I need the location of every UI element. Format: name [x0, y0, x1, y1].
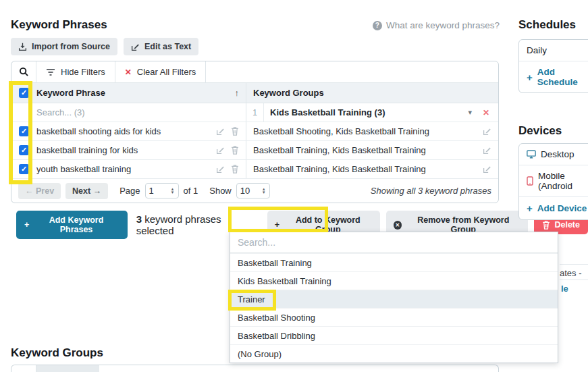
delete-row-icon[interactable] [231, 165, 239, 174]
toolbar: Import from Source Edit as Text [11, 38, 198, 55]
page-size-value: 10 [240, 186, 250, 196]
column-header-keyword-phrase[interactable]: Keyword Phrase [36, 88, 105, 98]
clear-all-filters-label: Clear All Filters [137, 67, 196, 77]
prev-label: Prev [36, 186, 54, 196]
group-filter-value[interactable]: Kids Basketball Training (3) [270, 107, 385, 117]
delete-row-icon[interactable] [231, 146, 239, 155]
edit-row-icon[interactable] [216, 146, 225, 155]
row-checkbox[interactable]: ✓ [19, 145, 29, 155]
edit-groups-icon[interactable] [483, 146, 491, 155]
search-icon [19, 67, 29, 77]
dropdown-item[interactable]: (No Group) [230, 344, 558, 363]
device-label: Mobile (Android [538, 171, 588, 191]
select-all-checkbox[interactable]: ✓ [19, 88, 29, 98]
import-label: Import from Source [32, 42, 110, 51]
column-header-keyword-groups[interactable]: Keyword Groups [253, 88, 324, 98]
step-down-icon[interactable]: ▼ [262, 191, 266, 194]
import-from-source-button[interactable]: Import from Source [11, 38, 117, 55]
dropdown-item[interactable]: Basketball Shooting [230, 308, 558, 326]
schedule-item-daily[interactable]: Daily [519, 40, 588, 61]
dropdown-item-highlighted[interactable]: Trainer [230, 290, 558, 308]
keyword-groups-title: Keyword Groups [11, 346, 103, 360]
search-toggle[interactable] [11, 61, 36, 82]
keyword-phrase-text: youth basketball training [36, 164, 131, 174]
phrase-search-input[interactable]: Search... (3) [36, 107, 85, 117]
keyword-phrase-text: basketball training for kids [36, 145, 138, 155]
filter-icon [46, 68, 55, 76]
filter-bar: Hide Filters ✕ Clear All Filters [11, 61, 498, 83]
page-number-value: 1 [149, 186, 154, 196]
row-groups-text: Basketball Training, Kids Basketball Tra… [253, 164, 426, 174]
add-keyword-phrases-button[interactable]: + Add Keyword Phrases [16, 211, 128, 239]
prev-page-button[interactable]: ← Prev [18, 183, 61, 199]
delete-row-icon[interactable] [231, 127, 239, 136]
schedule-label: Daily [527, 45, 547, 55]
import-icon [18, 43, 27, 51]
next-page-button[interactable]: Next → [65, 183, 108, 199]
page-number-stepper[interactable]: 1 ▲ ▼ [145, 183, 179, 198]
sidebar-text-fragment: ates - [560, 268, 582, 278]
dropdown-item[interactable]: Basketball Dribbling [230, 326, 558, 344]
trash-icon [542, 221, 550, 230]
add-device-label: Add Device [537, 203, 587, 213]
step-down-icon[interactable]: ▼ [171, 191, 175, 194]
add-schedule-label: Add Schedule [537, 67, 588, 87]
prev-arrow-icon: ← [25, 186, 34, 196]
row-checkbox[interactable]: ✓ [19, 126, 29, 136]
sidebar-divider [560, 264, 588, 265]
page-size-stepper[interactable]: 10 ▲ ▼ [236, 183, 270, 198]
devices-title: Devices [518, 124, 562, 138]
edit-groups-icon[interactable] [483, 165, 491, 174]
add-schedule-button[interactable]: + Add Schedule [519, 61, 588, 92]
help-link[interactable]: ? What are keyword phrases? [373, 20, 500, 30]
edit-as-text-label: Edit as Text [144, 42, 191, 51]
clear-x-icon: ✕ [125, 68, 132, 77]
sort-ascending-icon[interactable]: ↑ [235, 88, 240, 98]
selected-count-label: keyword phrases selected [136, 213, 221, 236]
hide-filters-button[interactable]: Hide Filters [36, 61, 115, 82]
edit-groups-icon[interactable] [483, 127, 491, 136]
clear-all-filters-button[interactable]: ✕ Clear All Filters [115, 61, 206, 82]
edit-as-text-button[interactable]: Edit as Text [124, 38, 198, 55]
dropdown-item[interactable]: Basketball Training [230, 253, 558, 271]
row-groups-text: Basketball Training, Kids Basketball Tra… [253, 145, 426, 155]
results-summary: Showing all 3 keyword phrases [371, 186, 491, 196]
groups-search-cell[interactable] [11, 365, 36, 372]
schedules-panel: Daily + Add Schedule [518, 39, 588, 93]
keyword-phrase-text: basketball shooting aids for kids [36, 126, 161, 136]
edit-row-icon[interactable] [216, 165, 225, 174]
group-filter-index: 1 [246, 103, 264, 122]
add-keyword-phrases-label: Add Keyword Phrases [33, 215, 119, 234]
table-row: ✓ basketball shooting aids for kids Bask… [11, 122, 498, 141]
selected-count-number: 3 [136, 213, 142, 225]
mobile-icon [527, 176, 533, 186]
device-item-mobile[interactable]: Mobile (Android [519, 165, 588, 197]
edit-icon [131, 43, 140, 51]
groups-filter-tab[interactable] [36, 365, 99, 372]
table-header-row: ✓ Keyword Phrase ↑ Keyword Groups [11, 83, 498, 103]
device-label: Desktop [541, 149, 574, 159]
desktop-icon [527, 150, 536, 159]
dropdown-item[interactable]: Kids Basketball Training [230, 271, 558, 290]
schedules-title: Schedules [518, 18, 576, 32]
row-groups-text: Basketball Shooting, Kids Basketball Tra… [253, 126, 429, 136]
filter-row: Search... (3) 1 Kids Basketball Training… [11, 103, 498, 122]
group-filter-clear-icon[interactable]: ✕ [483, 108, 489, 117]
keyword-group-dropdown: Search... Basketball Training Kids Baske… [230, 232, 558, 363]
add-device-button[interactable]: + Add Device [519, 197, 588, 219]
help-text: What are keyword phrases? [386, 20, 500, 30]
show-label: Show [209, 186, 232, 196]
delete-label: Delete [554, 220, 580, 230]
dropdown-search-input[interactable]: Search... [230, 232, 558, 253]
sidebar-link-fragment[interactable]: le [561, 284, 568, 294]
keyword-phrases-panel: Hide Filters ✕ Clear All Filters ✓ Keywo… [11, 61, 499, 203]
hide-filters-label: Hide Filters [61, 67, 105, 77]
device-item-desktop[interactable]: Desktop [519, 144, 588, 165]
row-checkbox[interactable]: ✓ [19, 164, 29, 174]
edit-row-icon[interactable] [216, 127, 225, 136]
page-label: Page [119, 186, 140, 196]
next-arrow-icon: → [93, 186, 102, 196]
plus-icon: + [527, 203, 533, 214]
page-of-label: of 1 [184, 186, 198, 196]
chevron-down-icon[interactable]: ▾ [468, 108, 472, 117]
